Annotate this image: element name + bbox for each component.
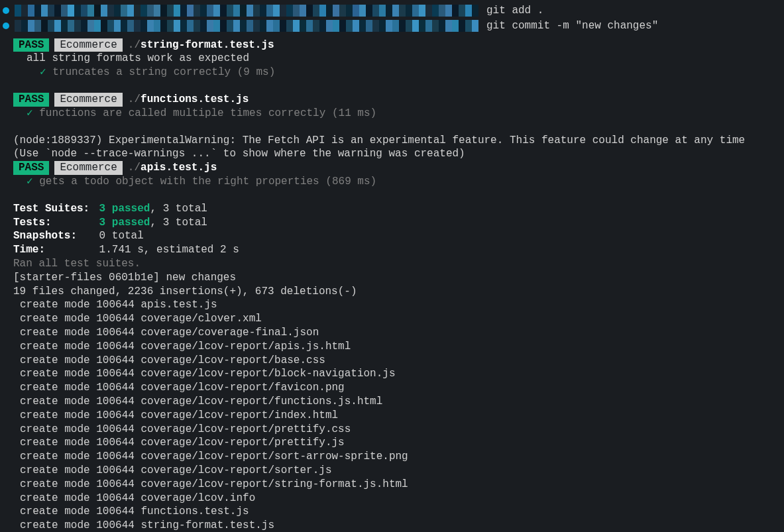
bullet-icon: [3, 23, 9, 29]
summary-passed: 3 passed: [99, 217, 150, 229]
test-check-line: ✓ functions are called multiple times co…: [27, 107, 784, 121]
path-prefix: ./: [128, 39, 140, 51]
test-describe: all string formats work as expected: [27, 52, 784, 66]
path-prefix: ./: [128, 93, 140, 105]
create-mode-line: create mode 100644 coverage/lcov-report/…: [20, 354, 784, 368]
test-check-line: ✓ truncates a string correctly (9 ms): [40, 66, 784, 80]
bullet-icon: [3, 7, 9, 14]
check-text: gets a todo object with the right proper…: [39, 176, 376, 187]
summary-tests: Tests: 3 passed, 3 total: [13, 216, 784, 230]
summary-snapshots: Snapshots: 0 total: [13, 229, 784, 243]
commit-output: [starter-files 0601b1e] new changes 19 f…: [13, 271, 784, 299]
tag-badge: Ecommerce: [54, 93, 122, 107]
create-mode-line: create mode 100644 coverage/lcov-report/…: [20, 340, 784, 354]
summary-total: , 3 total: [150, 217, 207, 229]
commit-header: [starter-files 0601b1e] new changes: [13, 271, 784, 285]
commit-stats: 19 files changed, 2236 insertions(+), 67…: [13, 285, 784, 299]
summary-time: Time: 1.741 s, estimated 2 s: [13, 243, 784, 257]
test-summary: Test Suites: 3 passed, 3 total Tests: 3 …: [13, 202, 784, 257]
create-mode-line: create mode 100644 coverage/lcov-report/…: [20, 423, 784, 437]
created-files-list: create mode 100644 apis.test.jscreate mo…: [0, 298, 784, 532]
command-text-1[interactable]: git add .: [486, 4, 543, 18]
create-mode-line: create mode 100644 coverage/lcov-report/…: [20, 381, 784, 395]
test-file-name: string-format.test.js: [140, 39, 274, 51]
create-mode-line: create mode 100644 apis.test.js: [20, 298, 784, 312]
tag-badge: Ecommerce: [54, 161, 122, 175]
create-mode-line: create mode 100644 coverage/lcov-report/…: [20, 436, 784, 450]
create-mode-line: create mode 100644 coverage/lcov-report/…: [20, 464, 784, 478]
tag-badge: Ecommerce: [54, 38, 122, 52]
check-icon: ✓: [27, 107, 33, 119]
pixelated-prompt-bar-2: [15, 20, 478, 32]
summary-passed: 3 passed: [99, 203, 150, 215]
test-file-name: apis.test.js: [140, 162, 217, 174]
summary-label: Test Suites:: [13, 202, 93, 216]
test-file-name: functions.test.js: [140, 93, 249, 105]
create-mode-line: create mode 100644 coverage/lcov-report/…: [20, 409, 784, 423]
create-mode-line: create mode 100644 coverage/clover.xml: [20, 312, 784, 326]
check-icon: ✓: [27, 176, 33, 187]
summary-label: Tests:: [13, 216, 93, 230]
test-check-line: ✓ gets a todo object with the right prop…: [27, 175, 784, 189]
create-mode-line: create mode 100644 functions.test.js: [20, 505, 784, 519]
pixelated-prompt-bar-1: [15, 5, 478, 17]
pass-badge: PASS: [13, 161, 49, 175]
check-text: functions are called multiple times corr…: [39, 107, 376, 119]
summary-label: Time:: [13, 243, 93, 257]
create-mode-line: create mode 100644 coverage/lcov-report/…: [20, 450, 784, 464]
test-result-line: PASS Ecommerce ./functions.test.js: [13, 93, 784, 107]
warning-line: (Use `node --trace-warnings ...` to show…: [13, 147, 784, 161]
pass-badge: PASS: [13, 38, 49, 52]
test-result-line: PASS Ecommerce ./string-format.test.js: [13, 38, 784, 52]
pass-badge: PASS: [13, 93, 49, 107]
summary-label: Snapshots:: [13, 229, 93, 243]
command-text-2[interactable]: git commit -m "new changes": [486, 19, 658, 33]
create-mode-line: create mode 100644 coverage/coverage-fin…: [20, 326, 784, 340]
check-text: truncates a string correctly (9 ms): [52, 66, 275, 78]
create-mode-line: create mode 100644 coverage/lcov-report/…: [20, 395, 784, 409]
create-mode-line: create mode 100644 coverage/lcov-report/…: [20, 367, 784, 381]
path-prefix: ./: [128, 162, 140, 174]
test-result-line: PASS Ecommerce ./apis.test.js: [13, 161, 784, 175]
create-mode-line: create mode 100644 coverage/lcov-report/…: [20, 478, 784, 492]
prompt-line-1: git add .: [0, 4, 784, 18]
warning-line: (node:1889337) ExperimentalWarning: The …: [13, 134, 784, 148]
ran-all-line: Ran all test suites.: [13, 257, 784, 271]
summary-suites: Test Suites: 3 passed, 3 total: [13, 202, 784, 216]
summary-value: 1.741 s, estimated 2 s: [99, 244, 239, 256]
summary-value: 0 total: [99, 230, 144, 242]
create-mode-line: create mode 100644 string-format.test.js: [20, 519, 784, 532]
summary-total: , 3 total: [150, 203, 207, 215]
prompt-line-2: git commit -m "new changes": [0, 19, 784, 33]
create-mode-line: create mode 100644 coverage/lcov.info: [20, 492, 784, 505]
check-icon: ✓: [40, 66, 46, 78]
node-warning-block: (node:1889337) ExperimentalWarning: The …: [13, 134, 784, 162]
